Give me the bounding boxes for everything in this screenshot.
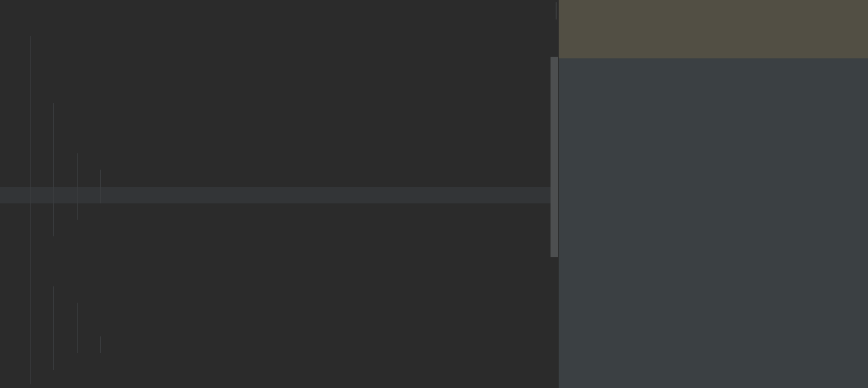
indent-guide	[100, 336, 101, 353]
code-editor[interactable]	[0, 0, 559, 388]
editor-scrollbar-thumb[interactable]	[551, 57, 558, 257]
toolbar-divider	[556, 2, 557, 19]
type-hierarchy-panel	[559, 0, 868, 388]
indent-guide	[77, 303, 78, 353]
indent-guide	[53, 103, 54, 236]
indent-guide	[53, 286, 54, 370]
indent-guide	[30, 36, 31, 384]
indent-guide	[77, 153, 78, 220]
current-line-highlight	[0, 187, 551, 203]
indent-guide	[100, 170, 101, 203]
hierarchy-tree	[559, 0, 868, 58]
